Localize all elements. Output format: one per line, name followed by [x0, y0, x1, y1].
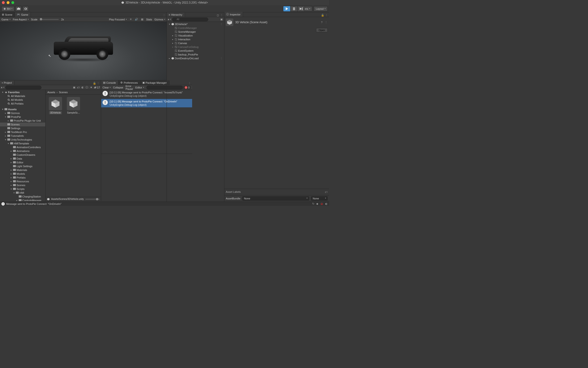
- item-menu-icon[interactable]: ⋮: [220, 57, 223, 60]
- layout-dropdown[interactable]: Layout ▾: [314, 6, 328, 11]
- error-pause-toggle[interactable]: Error Pause: [125, 85, 133, 90]
- progress-icon[interactable]: ◐: [325, 202, 328, 205]
- close-window-button[interactable]: [2, 1, 5, 4]
- tree-toggle-icon[interactable]: ▸: [10, 184, 12, 186]
- stats-button[interactable]: Stats: [146, 18, 152, 21]
- project-tree-item[interactable]: ▾Assets: [0, 107, 45, 111]
- project-tree-item[interactable]: All Materials: [0, 94, 45, 98]
- create-dropdown[interactable]: +▾: [168, 18, 171, 21]
- project-tab[interactable]: ▪ Project: [0, 81, 14, 85]
- tree-toggle-icon[interactable]: ▸: [168, 57, 170, 60]
- tree-toggle-icon[interactable]: ▾: [1, 91, 4, 93]
- play-button[interactable]: [283, 6, 290, 11]
- project-tree-item[interactable]: ▸Materials: [0, 168, 45, 172]
- project-search-input[interactable]: [5, 86, 41, 89]
- hidden-count-badge[interactable]: 17: [94, 86, 100, 89]
- hierarchy-item[interactable]: ▾3DVehicle*⋮: [167, 22, 224, 26]
- game-mode-dropdown[interactable]: Game ▾: [1, 18, 10, 21]
- game-tab[interactable]: 🎮 Game: [15, 12, 31, 17]
- tree-toggle-icon[interactable]: ▸: [171, 34, 174, 37]
- create-dropdown[interactable]: +▾: [1, 86, 4, 89]
- project-tree-item[interactable]: ▸Resources: [0, 179, 45, 183]
- hierarchy-item[interactable]: ▸Interaction: [167, 37, 224, 41]
- project-tree-item[interactable]: All Models: [0, 98, 45, 102]
- project-tree-item[interactable]: ▸ControlsManage: [0, 198, 45, 201]
- preferences-tab[interactable]: ⚙ Preferences: [118, 80, 140, 85]
- tree-toggle-icon[interactable]: ▾: [10, 188, 12, 190]
- open-button[interactable]: Open: [316, 28, 328, 32]
- tree-toggle-icon[interactable]: ▸: [10, 176, 12, 179]
- breadcrumb-item[interactable]: Assets: [47, 91, 55, 94]
- aspect-dropdown[interactable]: Free Aspect ▾: [13, 18, 29, 21]
- mute-audio-icon[interactable]: ☀: [129, 18, 133, 21]
- gizmos-dropdown[interactable]: Gizmos ▾: [154, 18, 165, 21]
- tree-toggle-icon[interactable]: ▾: [168, 23, 170, 25]
- scene-tab[interactable]: ⊞ Scene: [0, 12, 15, 17]
- vsync-icon[interactable]: ▦: [141, 18, 144, 21]
- tree-toggle-icon[interactable]: ▸: [10, 150, 12, 152]
- project-tree-item[interactable]: ▸Animations: [0, 149, 45, 153]
- play-focused-dropdown[interactable]: Play Focused ▾: [109, 18, 127, 21]
- project-tree[interactable]: ▾★FavoritesAll MaterialsAll ModelsAll Pr…: [0, 90, 45, 201]
- account-dropdown[interactable]: ◉ BH ▾: [1, 6, 14, 11]
- project-tree-item[interactable]: CustomDrawers: [0, 153, 45, 157]
- panel-menu-icon[interactable]: ⋮: [188, 82, 191, 85]
- hierarchy-item[interactable]: ▸DontDestroyOnLoad⋮: [167, 56, 224, 60]
- hierarchy-item[interactable]: ControlManager: [167, 26, 224, 30]
- lock-icon[interactable]: 🔓: [93, 82, 96, 85]
- project-tree-item[interactable]: ▸TutorialInfo: [0, 134, 45, 138]
- project-tree-item[interactable]: ▸Editor: [0, 161, 45, 164]
- hierarchy-item[interactable]: EventSystem: [167, 49, 224, 53]
- hierarchy-search-input[interactable]: [172, 18, 208, 21]
- hidden-packages-icon[interactable]: ⓘ: [85, 86, 89, 89]
- search-by-type-icon[interactable]: ▣: [72, 86, 76, 89]
- asset-item[interactable]: SampleSc...: [66, 97, 81, 114]
- package-manager-tab[interactable]: ▣ Package Manager: [141, 80, 169, 85]
- cloud-button[interactable]: [15, 6, 22, 11]
- project-tree-item[interactable]: ▸Models: [0, 172, 45, 176]
- maximize-icon[interactable]: ◻: [216, 14, 219, 17]
- step-button[interactable]: [298, 6, 305, 11]
- asset-variant-dropdown[interactable]: None ▾: [311, 196, 328, 201]
- tree-toggle-icon[interactable]: ▸: [10, 157, 12, 160]
- project-tree-item[interactable]: Settings: [0, 126, 45, 130]
- project-tree-item[interactable]: ▾ProtoPie: [0, 115, 45, 119]
- tree-toggle-icon[interactable]: ▸: [10, 180, 12, 183]
- help-icon[interactable]: ?: [320, 21, 323, 24]
- project-tree-item[interactable]: ▾HMI: [0, 191, 45, 195]
- search-by-label-icon[interactable]: 🏷: [77, 86, 80, 89]
- panel-menu-icon[interactable]: ⋮: [162, 14, 166, 17]
- minimize-window-button[interactable]: [7, 1, 9, 4]
- auto-refresh-icon[interactable]: ↻: [312, 202, 314, 205]
- favorite-icon[interactable]: ★: [89, 86, 93, 89]
- project-tree-item[interactable]: ▸ProtoPie Plugin for Unit: [0, 119, 45, 123]
- save-search-icon[interactable]: ◐: [81, 86, 84, 89]
- item-menu-icon[interactable]: ⋮: [220, 23, 223, 26]
- tree-toggle-icon[interactable]: ▾: [7, 142, 9, 145]
- scale-slider[interactable]: [40, 19, 59, 20]
- tree-toggle-icon[interactable]: ▸: [10, 173, 12, 175]
- project-tree-item[interactable]: ▸Scenes: [0, 183, 45, 187]
- tree-toggle-icon[interactable]: ▸: [10, 169, 12, 171]
- activity-icon[interactable]: ◆: [316, 202, 318, 205]
- settings-button[interactable]: [23, 6, 29, 11]
- project-tree-item[interactable]: ▸Gizmos: [0, 111, 45, 115]
- hierarchy-item[interactable]: backup_ProtoPie: [167, 53, 224, 56]
- console-tab[interactable]: ▤ Console: [101, 80, 118, 85]
- asset-grid[interactable]: 3DVehicleSampleSc...: [45, 95, 101, 197]
- scene-picker-icon[interactable]: ▣: [220, 18, 223, 21]
- tree-toggle-icon[interactable]: ▸: [4, 135, 7, 137]
- project-tree-item[interactable]: ▾UnityTechnologies: [0, 138, 45, 142]
- pause-button[interactable]: [290, 6, 298, 11]
- editor-dropdown[interactable]: Editor ▾: [135, 86, 144, 89]
- panel-menu-icon[interactable]: ⋮: [325, 14, 328, 17]
- tree-toggle-icon[interactable]: ▸: [4, 131, 7, 133]
- hierarchy-item[interactable]: SceneManager: [167, 30, 224, 34]
- tree-toggle-icon[interactable]: ▾: [4, 138, 7, 141]
- hierarchy-item[interactable]: ▸CanvasForDebug: [167, 45, 224, 49]
- tree-toggle-icon[interactable]: ▾: [1, 108, 4, 110]
- console-search-input[interactable]: [146, 86, 183, 89]
- panel-menu-icon[interactable]: ⋮: [97, 82, 100, 85]
- project-tree-item[interactable]: AnimationControllers: [0, 145, 45, 149]
- status-message[interactable]: Message sent to ProtoPie Connect: "OnDri…: [6, 202, 61, 205]
